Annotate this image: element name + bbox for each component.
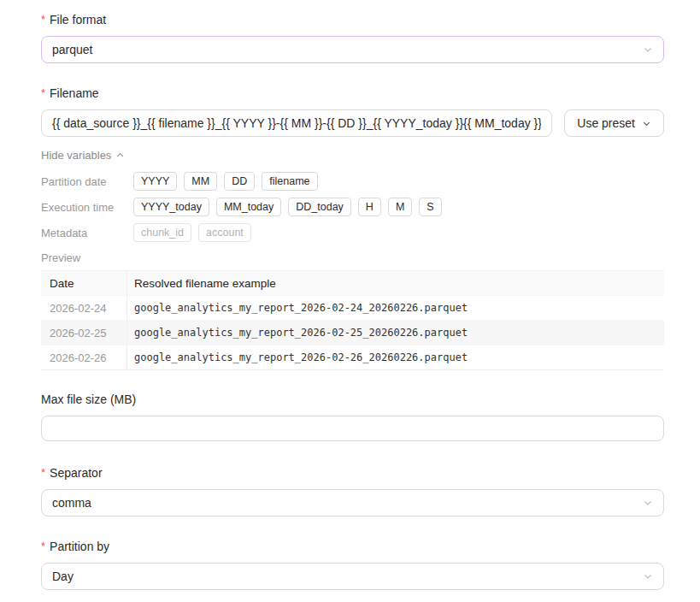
preview-table-header: Date Resolved filename example — [41, 271, 664, 295]
variables-row-label: Metadata — [41, 227, 133, 239]
separator-select[interactable]: comma — [41, 489, 664, 516]
chevron-down-icon — [642, 119, 651, 128]
column-header-date: Date — [41, 271, 126, 295]
chevron-down-icon — [643, 44, 653, 55]
separator-label-text: Separator — [50, 466, 102, 480]
separator-label: * Separator — [41, 466, 664, 480]
variable-tag-disabled: chunk_id — [133, 223, 191, 242]
variable-tag[interactable]: M — [388, 198, 412, 216]
variable-tag[interactable]: YYYY — [133, 172, 177, 191]
file-format-label-text: File format — [50, 13, 106, 27]
file-format-label: * File format — [41, 13, 664, 27]
required-mark: * — [41, 540, 45, 553]
table-row: 2026-02-26 google_analytics_my_report_20… — [41, 345, 664, 369]
variable-tag[interactable]: MM_today — [216, 198, 281, 216]
use-preset-button[interactable]: Use preset — [564, 109, 664, 137]
resolved-filename-cell: google_analytics_my_report_2026-02-24_20… — [126, 296, 664, 320]
filename-label-text: Filename — [50, 86, 99, 100]
variable-tag[interactable]: filename — [262, 172, 317, 191]
use-preset-label: Use preset — [577, 116, 635, 130]
required-mark: * — [41, 466, 45, 480]
variables-row-partition-date: Partition date YYYY MM DD filename — [41, 171, 664, 192]
variable-tag[interactable]: S — [419, 198, 441, 216]
variables-row-execution-time: Execution time YYYY_today MM_today DD_to… — [41, 197, 664, 217]
resolved-filename-cell: google_analytics_my_report_2026-02-25_20… — [126, 321, 664, 345]
max-file-size-input[interactable] — [41, 416, 664, 441]
variable-tag[interactable]: DD — [224, 172, 255, 191]
date-cell: 2026-02-26 — [41, 345, 126, 369]
variable-tag[interactable]: MM — [184, 172, 217, 191]
preview-table: Date Resolved filename example 2026-02-2… — [41, 270, 664, 370]
column-header-resolved-filename: Resolved filename example — [126, 271, 664, 295]
required-mark: * — [41, 13, 45, 27]
chevron-down-icon — [643, 571, 653, 581]
partition-by-select[interactable]: Day — [41, 563, 664, 590]
separator-value: comma — [52, 496, 91, 510]
partition-by-value: Day — [52, 570, 74, 583]
date-cell: 2026-02-25 — [41, 321, 126, 345]
variables-panel: Partition date YYYY MM DD filename Execu… — [41, 171, 664, 243]
partition-by-label-text: Partition by — [50, 540, 109, 553]
variables-row-metadata: Metadata chunk_id account — [41, 222, 664, 243]
hide-variables-toggle[interactable]: Hide variables — [41, 149, 125, 162]
preview-label: Preview — [41, 251, 664, 264]
file-format-select[interactable]: parquet — [41, 36, 664, 63]
filename-label: * Filename — [41, 86, 664, 100]
variable-tag[interactable]: DD_today — [288, 198, 351, 216]
export-settings-form: * File format parquet * Filename Use pre… — [0, 0, 700, 590]
variables-row-label: Partition date — [41, 175, 133, 188]
max-file-size-label-text: Max file size (MB) — [41, 392, 136, 406]
variable-tag[interactable]: YYYY_today — [133, 198, 209, 216]
hide-variables-label: Hide variables — [41, 149, 111, 162]
variable-tag[interactable]: H — [358, 198, 381, 216]
resolved-filename-cell: google_analytics_my_report_2026-02-26_20… — [126, 345, 664, 369]
chevron-down-icon — [643, 498, 653, 508]
partition-by-label: * Partition by — [41, 540, 664, 553]
required-mark: * — [41, 86, 45, 100]
chevron-up-icon — [115, 150, 125, 160]
variables-row-label: Execution time — [41, 201, 133, 214]
table-row: 2026-02-25 google_analytics_my_report_20… — [41, 320, 664, 345]
date-cell: 2026-02-24 — [41, 296, 126, 320]
file-format-value: parquet — [52, 43, 92, 56]
table-row: 2026-02-24 google_analytics_my_report_20… — [41, 295, 664, 320]
filename-input[interactable] — [41, 109, 552, 137]
max-file-size-label: Max file size (MB) — [41, 392, 664, 406]
variable-tag-disabled: account — [198, 223, 251, 242]
